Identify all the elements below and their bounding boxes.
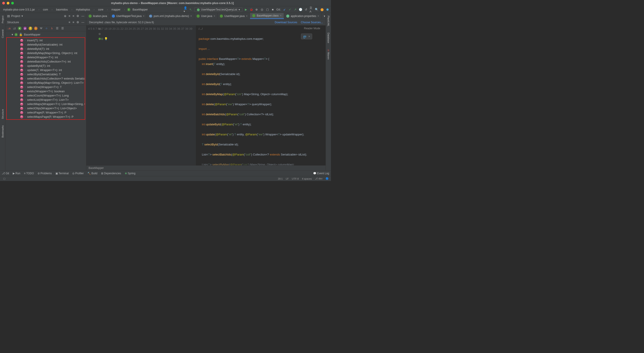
status-menu-icon[interactable]: ▢ — [3, 177, 5, 180]
locate-icon[interactable]: ⊕ — [64, 14, 66, 18]
git-history-icon[interactable]: 🕓 — [299, 8, 302, 11]
download-sources-link[interactable]: Download Sources — [275, 21, 298, 24]
choose-sources-link[interactable]: Choose Sources... — [301, 21, 323, 24]
git-update-icon[interactable]: ↙ — [283, 8, 286, 11]
gear-icon[interactable]: ⚙ — [76, 20, 79, 24]
expand-all-icon[interactable]: ≡ — [69, 20, 70, 24]
git-branch[interactable]: ⎇ dev — [315, 177, 322, 180]
tool-maven[interactable]: m Maven — [327, 48, 330, 60]
search-icon[interactable]: 🔍 — [315, 8, 318, 11]
git-commit-icon[interactable]: ✓ — [288, 8, 292, 11]
hide-icon[interactable]: — — [82, 14, 84, 18]
method-item[interactable]: ↑updateById(T): int — [7, 64, 85, 68]
footer-eventlog[interactable]: 💬 Event Log — [313, 172, 329, 175]
footer-profiler[interactable]: ◎ Profiler — [72, 172, 84, 175]
tool-database[interactable]: Database — [327, 32, 330, 44]
show-anon-icon[interactable]: ○ — [45, 26, 48, 30]
caret-position[interactable]: 20:1 — [278, 177, 283, 180]
method-item[interactable]: ↑delete(Wrapper<T>): int — [7, 55, 85, 59]
tool-commit[interactable]: Commit — [1, 28, 4, 39]
method-item[interactable]: ↑selectCount(Wrapper<T>): Long — [7, 93, 85, 98]
editor-breadcrumb[interactable]: BaseMapper — [86, 165, 326, 170]
editor-tab[interactable]: UserMapperTest.java× — [110, 13, 147, 19]
method-item[interactable]: ↑deleteById(Serializable): int — [7, 42, 85, 47]
footer-problems[interactable]: ⊘ Problems — [38, 172, 52, 175]
git-push-icon[interactable]: ↗ — [294, 8, 297, 11]
debug-icon[interactable]: 🐞 — [250, 8, 253, 11]
method-item[interactable]: ↑deleteByMap(Map<String, Object>): int — [7, 51, 85, 55]
attach-icon[interactable]: ▢ — [266, 8, 269, 11]
method-item[interactable]: ↑deleteBatchIds(Collection<?>): int — [7, 59, 85, 64]
filter-field-icon[interactable]: f — [28, 26, 32, 30]
editor-tab[interactable]: mpom.xml (mybatis-plus-demo)× — [147, 13, 194, 19]
method-item[interactable]: ↑selectOne(Wrapper<T>): T — [7, 85, 85, 89]
footer-run[interactable]: ▶ Run — [13, 172, 20, 175]
tab-dropdown[interactable]: ▾ — [322, 13, 326, 19]
editor-tab[interactable]: UserMapper.java× — [218, 13, 250, 19]
expand-icon[interactable]: ≡ — [69, 14, 70, 18]
sort-vis-icon[interactable]: ↓z — [12, 26, 16, 30]
status-icon[interactable]: 🔵 — [326, 177, 329, 180]
translate-icon[interactable]: 文A — [310, 8, 313, 11]
coverage-icon[interactable]: ⊕ — [255, 8, 258, 11]
method-item[interactable]: ↑selectByMap(Map<String, Object>): List<… — [7, 81, 85, 85]
editor-tab-active[interactable]: BaseMapper.class× — [250, 13, 284, 19]
show-inherited-icon[interactable]: Ψ — [39, 26, 43, 30]
close-pin-icon[interactable]: × — [308, 35, 310, 38]
profile-icon[interactable]: ◎ — [260, 8, 264, 11]
tool-plantuml[interactable]: PlantUML — [327, 15, 330, 27]
tool-project[interactable]: Project — [1, 15, 4, 24]
footer-dependencies[interactable]: ⊞ Dependencies — [101, 172, 121, 175]
method-item[interactable]: ↑selectById(Serializable): T — [7, 72, 85, 76]
method-item[interactable]: ↑exists(Wrapper<T>): boolean — [7, 89, 85, 93]
reader-mode-label[interactable]: Reader Mode — [304, 27, 320, 30]
collapse-all-icon[interactable]: ≡ — [72, 20, 74, 24]
show-lambda-icon[interactable]: λ — [50, 26, 54, 30]
ide-update-icon[interactable]: ⬤ — [320, 8, 324, 11]
editor-tab[interactable]: User.java× — [194, 13, 218, 19]
footer-spring[interactable]: ❀ Spring — [125, 172, 136, 175]
method-item[interactable]: ↑selectBatchIds(Collection<? extends Ser… — [7, 76, 85, 81]
method-item[interactable]: ↑selectList(Wrapper<T>): List<T> — [7, 98, 85, 102]
method-item[interactable]: ↑deleteById(T): int — [7, 47, 85, 51]
close-tab-icon[interactable]: × — [143, 14, 144, 18]
filter-package-icon[interactable]: p — [23, 26, 27, 30]
autoscroll-icon[interactable]: ☰ — [56, 26, 59, 30]
method-item[interactable]: ↑selectPage(P, Wrapper<T>): P — [7, 110, 85, 115]
footer-terminal[interactable]: ▣ Terminal — [56, 172, 69, 175]
editor-tab[interactable]: lication.java — [86, 13, 110, 19]
tool-structure[interactable]: Structure — [1, 108, 4, 120]
method-item[interactable]: ↑insert(T): int — [7, 38, 85, 42]
tool-bookmarks[interactable]: Bookmarks — [1, 124, 4, 138]
user-icon[interactable]: 👤▾ — [184, 8, 187, 11]
encoding[interactable]: UTF-8 — [292, 177, 299, 180]
git-revert-icon[interactable]: ↺ — [304, 8, 308, 11]
stop-icon[interactable]: ■ — [271, 8, 274, 11]
collapse-icon[interactable]: ≡ — [72, 14, 74, 18]
indent[interactable]: 4 spaces — [302, 177, 312, 180]
breadcrumbs[interactable]: mybatis-plus-core-3.5.1.jar› com› baomid… — [2, 7, 149, 12]
editor-tab[interactable]: application.properties× — [284, 13, 322, 19]
avatar-icon[interactable]: ⬣ — [326, 8, 329, 11]
filter-class-icon[interactable]: c — [18, 26, 22, 30]
source[interactable]: /.../ package com.baomidou.mybatisplus.c… — [196, 25, 310, 165]
run-config-selector[interactable]: ⬤UserMapperTest.testQueryList▾ — [194, 7, 242, 12]
structure-root[interactable]: ▾I🔓BaseMapper — [5, 32, 86, 37]
method-item[interactable]: ↑selectObjs(Wrapper<T>): List<Object> — [7, 106, 85, 110]
hide-panel-icon[interactable]: — — [82, 20, 84, 24]
footer-git[interactable]: ⎇ Git — [2, 172, 9, 175]
settings-icon[interactable]: ⚙ — [76, 14, 79, 18]
line-sep[interactable]: LF — [286, 177, 289, 180]
filter-local-icon[interactable]: 🔒 — [34, 26, 38, 30]
pin-toolbar[interactable]: m̲× — [301, 33, 312, 39]
sort-az-icon[interactable]: ↓a — [7, 26, 11, 30]
close-window-icon[interactable] — [2, 2, 5, 4]
maximize-window-icon[interactable] — [11, 2, 14, 4]
build-icon[interactable]: ↖ — [189, 8, 192, 11]
footer-build[interactable]: 🔨 Build — [88, 172, 98, 175]
autoscroll2-icon[interactable]: ☰ — [61, 26, 64, 30]
minimize-window-icon[interactable] — [7, 2, 10, 4]
method-item[interactable]: ↑selectMaps(Wrapper<T>): List<Map<String… — [7, 102, 85, 106]
method-item[interactable]: ↑update(T, Wrapper<T>): int — [7, 68, 85, 72]
footer-todo[interactable]: ≡ TODO — [24, 172, 34, 175]
